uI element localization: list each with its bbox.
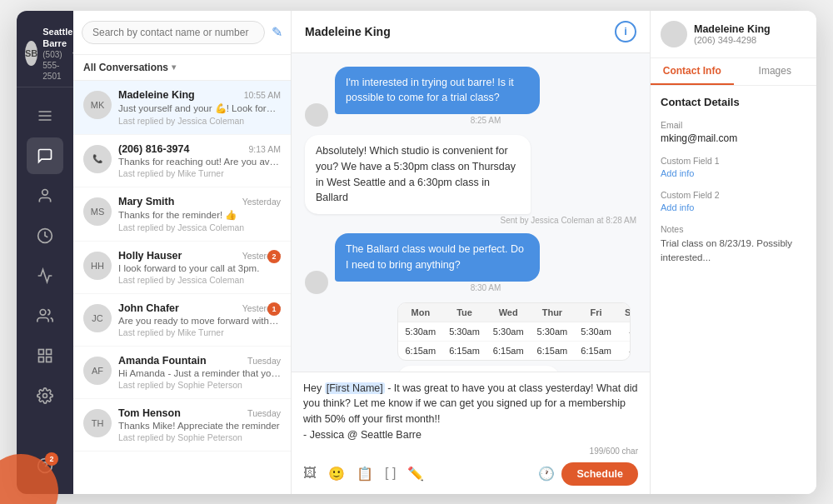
compose-right: 🕐 Schedule [538,462,638,486]
custom-field-1-add[interactable]: Add info [661,168,806,178]
template-icon[interactable]: 📋 [357,466,373,482]
conv-info: Amanda Fountain Tuesday Hi Amanda - Just… [118,355,281,390]
business-avatar: SB [25,41,37,66]
avatar: 📞 [83,145,112,173]
list-item[interactable]: JC John Chafer Yesterday Are you ready t… [73,294,291,347]
compose-icons: 🖼 🙂 📋 [ ] ✏️ [303,466,424,482]
svg-rect-9 [47,357,52,362]
message-bubble: The Ballard class would be perfect. Do I… [335,233,540,282]
message-bubble: Just yourself and your 💪! Look forward t… [397,366,560,372]
svg-rect-8 [39,357,44,362]
chat-messages: I'm interested in trying out barre! Is i… [292,53,650,372]
message-bubble: I'm interested in trying out barre! Is i… [335,67,540,115]
conversation-list: MK Madeleine King 10:55 AM Just yourself… [73,81,291,494]
help-badge: 2 [45,452,58,466]
conv-info: (206) 816-3974 9:13 AM Thanks for reachi… [118,143,281,178]
tab-contact-info[interactable]: Contact Info [651,58,734,85]
contact-info-icon[interactable]: i [615,21,636,42]
avatar: JC [83,304,112,332]
avatar: AF [83,357,112,385]
avatar: HH [83,252,112,280]
contact-header: Madeleine King (206) 349-4298 [651,11,816,58]
sidebar-item-contacts[interactable] [27,177,63,214]
detail-custom1: Custom Field 1 Add info [661,156,806,178]
conv-info: Tom Henson Tuesday Thanks Mike! Apprecia… [118,407,281,442]
compose-toolbar: 🖼 🙂 📋 [ ] ✏️ 🕐 Schedule [303,462,638,486]
svg-point-10 [43,394,47,398]
emoji-icon[interactable]: 🙂 [328,466,345,482]
avatar: MK [83,91,112,119]
list-item[interactable]: AF Amanda Fountain Tuesday Hi Amanda - J… [73,347,291,399]
avatar [305,103,328,127]
svg-rect-7 [47,350,52,355]
schedule-card: Mon Tue Wed Thur Fri Sat Sun [397,302,631,361]
detail-custom2: Custom Field 2 Add info [661,190,806,212]
business-info: Seattle Barre (503) 555-2501 [42,26,72,82]
avatar: MS [83,197,112,226]
message-bubble: Absolutely! Which studio is convenient f… [305,135,531,214]
contact-name: Madeleine King [694,23,771,35]
sidebar-item-files[interactable] [27,337,63,374]
unread-badge: 2 [267,250,281,263]
sidebar-item-campaigns[interactable] [27,257,63,294]
char-count: 199/600 char [590,447,638,456]
contact-details: Contact Details Email mking@mail.com Cus… [651,86,816,494]
svg-rect-6 [39,350,44,355]
contact-tabs: Contact Info Images [651,58,816,86]
compose-text[interactable]: Hey [First Name] - It was great to have … [303,381,638,443]
compose-area: Hey [First Name] - It was great to have … [292,372,650,494]
search-input[interactable] [82,21,265,44]
svg-point-5 [40,310,46,316]
business-selector[interactable]: SB Seattle Barre (503) 555-2501 ▾ [17,21,73,88]
message-row: Absolutely! Which studio is convenient f… [305,135,636,225]
conv-info: John Chafer Yesterday Are you ready to m… [118,302,281,337]
chat-header: Madeleine King i [292,11,650,53]
tab-images[interactable]: Images [734,58,817,85]
detail-email: Email mking@mail.com [661,120,806,144]
sidebar-item-help[interactable]: 2 [27,447,63,484]
template-variable: [First Name] [325,382,385,394]
list-item[interactable]: HH Holly Hauser Yesterday I look forward… [73,242,291,294]
clock-icon[interactable]: 🕐 [538,466,555,482]
message-row: The Ballard class would be perfect. Do I… [305,233,636,294]
sidebar-item-settings[interactable] [27,377,63,414]
message-row: I'm interested in trying out barre! Is i… [305,67,636,127]
left-nav: SB Seattle Barre (503) 555-2501 ▾ [17,11,73,494]
chat-contact-name: Madeleine King [305,25,391,38]
conversation-panel: ✎ All Conversations ▾ MK Madeleine King … [73,11,292,494]
detail-notes: Notes Trial class on 8/23/19. Possibly i… [661,224,806,266]
edit-icon[interactable]: ✏️ [407,466,424,482]
schedule-button[interactable]: Schedule [561,462,638,486]
bracket-icon[interactable]: [ ] [385,466,396,482]
right-panel: Madeleine King (206) 349-4298 Contact In… [650,11,816,494]
unread-badge: 1 [267,302,281,316]
svg-point-3 [42,190,48,196]
avatar: TH [83,409,112,437]
detail-section-title: Contact Details [661,96,806,108]
sidebar-item-menu[interactable] [27,97,63,134]
filter-chevron-icon: ▾ [172,62,176,72]
conv-info: Madeleine King 10:55 AM Just yourself an… [118,89,281,126]
list-item[interactable]: MK Madeleine King 10:55 AM Just yourself… [73,81,291,135]
compose-icon[interactable]: ✎ [272,24,282,40]
list-item[interactable]: 📞 (206) 816-3974 9:13 AM Thanks for reac… [73,135,291,187]
sidebar-item-groups[interactable] [27,297,63,334]
avatar [305,271,328,294]
chat-main: Madeleine King i I'm interested in tryin… [292,11,650,494]
message-row: Mon Tue Wed Thur Fri Sat Sun [305,302,636,372]
list-item[interactable]: MS Mary Smith Yesterday Thanks for the r… [73,187,291,242]
sidebar-item-history[interactable] [27,217,63,254]
image-icon[interactable]: 🖼 [303,466,317,482]
message-time: 8:30 AM [335,283,636,292]
search-row: ✎ [73,11,291,55]
contact-phone: (206) 349-4298 [694,35,771,45]
sidebar-item-chat[interactable] [27,137,63,174]
list-item[interactable]: TH Tom Henson Tuesday Thanks Mike! Appre… [73,399,291,452]
conversation-filter[interactable]: All Conversations ▾ [73,55,291,81]
custom-field-2-add[interactable]: Add info [661,202,806,212]
message-time: 8:25 AM [335,116,636,125]
message-sent-by: Sent by Jessica Coleman at 8:28 AM [305,216,636,225]
conv-info: Mary Smith Yesterday Thanks for the remi… [118,196,281,232]
conv-info: Holly Hauser Yesterday I look forward to… [118,250,281,285]
contact-avatar [661,21,687,47]
